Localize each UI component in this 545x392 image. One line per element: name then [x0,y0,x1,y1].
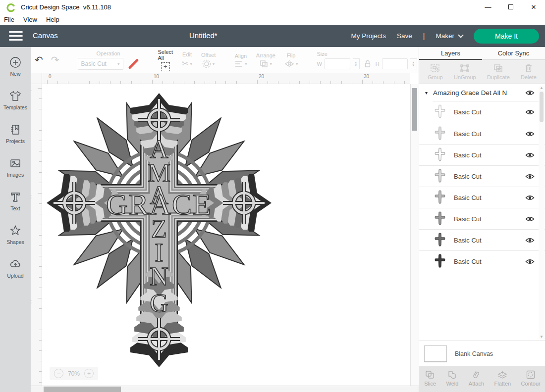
layer-row[interactable]: Basic Cut [419,101,545,123]
offset-button[interactable]: Offset ▾ [197,52,220,68]
star-icon [9,224,22,237]
cloud-upload-icon [9,258,22,271]
undo-icon[interactable]: ↶ [31,54,47,66]
close-icon[interactable]: ✕ [522,0,545,14]
make-it-button[interactable]: Make It [474,29,539,44]
group-button[interactable]: Group [428,63,443,80]
amazing-grace-cross-design[interactable]: A M A GRACE Z I N G [44,89,274,371]
hamburger-menu-icon[interactable] [9,31,23,41]
canvas-vertical-scrollbar[interactable] [410,84,418,386]
sidebar-item-images[interactable]: Images [7,157,24,178]
sidebar-item-templates[interactable]: Templates [3,90,27,110]
visibility-eye-icon[interactable] [525,173,535,180]
select-all-button[interactable]: Select All + [154,49,178,71]
cross-thumbnail [434,190,447,205]
document-title[interactable]: Untitled* [189,31,218,40]
attach-button[interactable]: Attach [469,370,484,387]
scrollbar-thumb[interactable] [540,92,544,122]
picture-icon [9,157,22,170]
menu-help[interactable]: Help [45,16,60,23]
pen-color-swatch[interactable] [127,58,139,70]
scrollbar-thumb[interactable] [412,88,417,131]
slice-button[interactable]: Slice [424,370,436,387]
canvas-horizontal-scrollbar[interactable] [31,386,419,392]
machine-name: Maker [436,32,454,40]
operation-select[interactable]: Basic Cut ▾ [78,58,123,70]
panel-tabs: Layers Color Sync [419,47,545,60]
layer-row[interactable]: Basic Cut [419,144,545,165]
maximize-icon[interactable] [499,0,522,14]
cross-thumbnail [434,147,447,163]
flatten-icon [497,370,508,380]
layer-row[interactable]: Basic Cut [419,123,545,144]
sidebar-item-upload[interactable]: Upload [7,258,23,279]
zoom-out-button[interactable]: − [54,369,63,378]
sidebar-item-projects[interactable]: Projects [6,123,25,144]
contour-button[interactable]: Contour [521,370,541,387]
zoom-control: − 70% + [50,367,98,380]
tab-color-sync[interactable]: Color Sync [482,47,545,59]
visibility-eye-icon[interactable] [525,258,535,265]
menu-file[interactable]: File [3,16,15,23]
delete-button[interactable]: Delete [521,63,537,80]
layer-row[interactable]: Basic Cut [419,187,545,208]
align-button[interactable]: Align ▾ [230,53,252,67]
header-right: My Projects Save | Maker Make It [351,25,539,47]
layer-group-name: Amazing Grace Det All N [433,89,525,97]
collapse-caret-icon[interactable]: ▾ [425,90,433,96]
width-input[interactable] [325,58,350,69]
machine-selector[interactable]: Maker [436,32,463,40]
slice-icon [425,370,436,380]
blank-canvas-swatch[interactable] [424,345,447,362]
zoom-in-button[interactable]: + [84,369,94,378]
arrange-button[interactable]: Arrange ▾ [252,52,280,68]
layer-group-header[interactable]: ▾ Amazing Grace Det All N [419,85,545,101]
layer-label: Basic Cut [454,173,525,180]
visibility-eye-icon[interactable] [525,195,535,201]
width-stepper[interactable]: ▲ ▼ [353,58,360,69]
visibility-eye-icon[interactable] [525,131,535,137]
cross-thumbnail [434,254,447,269]
svg-text:N: N [150,262,168,291]
layer-row[interactable]: Basic Cut [419,208,545,229]
arrange-icon [260,60,269,68]
layer-row[interactable]: Basic Cut [419,250,545,272]
svg-text:G: G [150,289,168,317]
visibility-eye-icon[interactable] [525,109,535,115]
sidebar-item-shapes[interactable]: Shapes [6,224,24,245]
layer-list: ▾ Amazing Grace Det All N Basic CutBasic… [419,85,545,341]
window-controls: — ✕ [477,0,545,14]
layer-row[interactable]: Basic Cut [419,229,545,250]
scroll-down-icon[interactable]: ▼ [539,335,545,339]
flip-button[interactable]: Flip ▾ [280,52,303,68]
visibility-eye-icon[interactable] [525,216,535,222]
minimize-icon[interactable]: — [477,0,499,14]
caret-down-icon: ▾ [190,61,193,66]
save-link[interactable]: Save [397,32,412,40]
visibility-eye-icon[interactable] [525,90,535,96]
menu-view[interactable]: View [22,16,38,23]
weld-button[interactable]: Weld [446,370,459,387]
layers-panel: Layers Color Sync Group UnGroup Duplicat… [419,47,545,392]
ungroup-button[interactable]: UnGroup [454,63,476,80]
lock-icon[interactable] [364,59,372,68]
my-projects-link[interactable]: My Projects [351,32,386,40]
duplicate-button[interactable]: Duplicate [487,63,510,80]
scroll-up-icon[interactable]: ▲ [539,86,545,90]
height-stepper[interactable]: ▲ ▼ [410,58,417,69]
visibility-eye-icon[interactable] [525,152,535,158]
sidebar-item-text[interactable]: Text [9,191,22,211]
scrollbar-thumb[interactable] [44,387,121,392]
design-canvas[interactable]: A M A GRACE Z I N G [42,84,410,386]
visibility-eye-icon[interactable] [525,237,535,244]
tab-layers[interactable]: Layers [419,47,482,59]
blank-canvas-row: Blank Canvas [419,341,545,366]
sidebar-item-new[interactable]: New [9,56,22,77]
layer-row[interactable]: Basic Cut [419,165,545,187]
redo-icon[interactable]: ↷ [47,54,63,66]
edit-button[interactable]: Edit ✂ ▾ [177,51,197,68]
cross-thumbnail [434,211,447,227]
flatten-button[interactable]: Flatten [494,370,511,387]
panel-scrollbar[interactable]: ▲ ▼ [539,86,545,339]
height-input[interactable] [382,58,408,69]
